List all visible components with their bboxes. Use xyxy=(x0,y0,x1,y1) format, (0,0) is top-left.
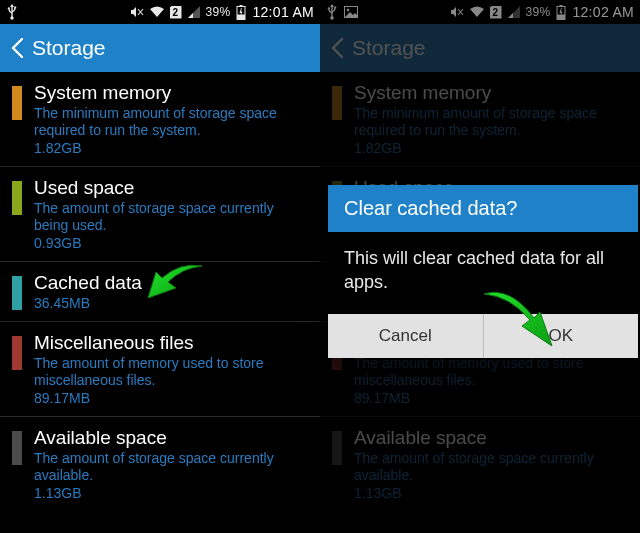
swatch-misc xyxy=(12,336,22,370)
usb-icon xyxy=(6,4,18,20)
row-size: 1.13GB xyxy=(34,485,298,501)
row-size: 89.17MB xyxy=(34,390,298,406)
row-title: Miscellaneous files xyxy=(34,332,298,354)
row-size: 1.82GB xyxy=(34,140,298,156)
row-desc: The minimum amount of storage space requ… xyxy=(34,105,298,139)
row-used-space[interactable]: Used space The amount of storage space c… xyxy=(0,166,320,261)
row-title: Used space xyxy=(34,177,298,199)
status-bar: 2 39% 12:01 AM xyxy=(0,0,320,24)
row-desc: The amount of storage space currently av… xyxy=(34,450,298,484)
row-desc: The amount of memory used to store misce… xyxy=(34,355,298,389)
swatch-avail xyxy=(12,431,22,465)
row-desc: The amount of storage space currently be… xyxy=(34,200,298,234)
annotation-arrow-cached xyxy=(146,264,204,300)
svg-point-3 xyxy=(8,7,10,9)
annotation-arrow-ok xyxy=(480,290,554,350)
row-size: 0.93GB xyxy=(34,235,298,251)
mute-icon xyxy=(130,6,144,18)
sim-slot-icon: 2 xyxy=(170,6,182,19)
battery-icon xyxy=(236,5,246,20)
svg-rect-2 xyxy=(14,7,16,9)
battery-percent: 39% xyxy=(206,5,231,19)
swatch-cache xyxy=(12,276,22,310)
row-system-memory[interactable]: System memory The minimum amount of stor… xyxy=(0,72,320,166)
row-title: System memory xyxy=(34,82,298,104)
signal-icon xyxy=(188,6,200,18)
row-available-space[interactable]: Available space The amount of storage sp… xyxy=(0,416,320,511)
left-screenshot: 2 39% 12:01 AM Storage xyxy=(0,0,320,533)
svg-rect-8 xyxy=(237,14,245,19)
action-bar: Storage xyxy=(0,24,320,72)
back-icon[interactable] xyxy=(6,37,28,59)
row-title: Available space xyxy=(34,427,298,449)
dialog-title: Clear cached data? xyxy=(328,185,638,232)
status-clock: 12:01 AM xyxy=(252,4,314,20)
page-title: Storage xyxy=(32,36,106,60)
cancel-button[interactable]: Cancel xyxy=(328,314,483,358)
row-misc-files[interactable]: Miscellaneous files The amount of memory… xyxy=(0,321,320,416)
right-screenshot: 2 39% 12:02 AM Storage System mem xyxy=(320,0,640,533)
swatch-used xyxy=(12,181,22,215)
wifi-icon xyxy=(150,6,164,18)
swatch-system xyxy=(12,86,22,120)
